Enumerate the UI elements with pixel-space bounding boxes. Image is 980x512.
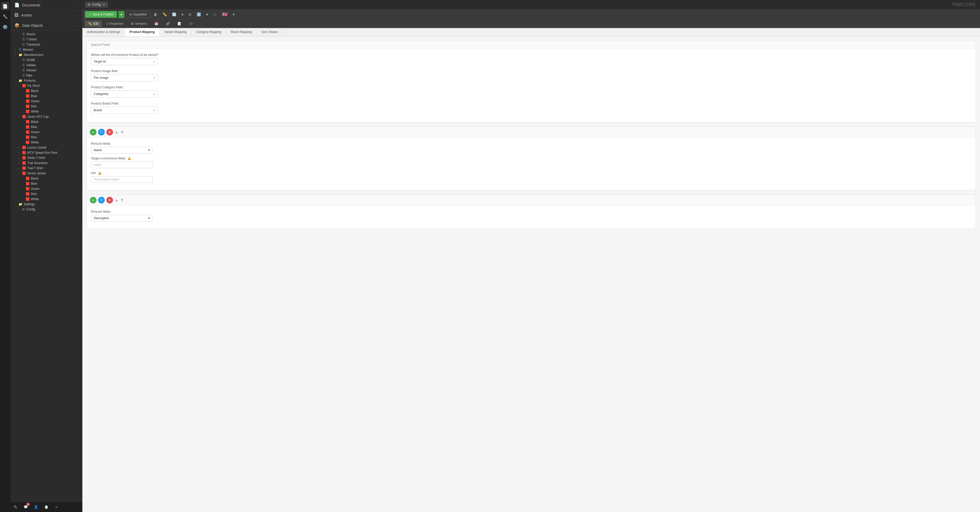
- tree-item-products[interactable]: − 📁 Products: [10, 78, 83, 83]
- tree-item-tshirts[interactable]: ☰ T-Shirts: [10, 37, 83, 42]
- sidebar-item-documents[interactable]: 📄 Documents ›: [10, 0, 83, 10]
- share-button[interactable]: ↑↓: [212, 11, 218, 18]
- tree-item-jr-green[interactable]: 🟥 Green: [10, 129, 83, 135]
- tab-authorization[interactable]: Authorization & Settings: [83, 28, 125, 36]
- tree-item-acme[interactable]: ☰ ACME: [10, 57, 83, 62]
- info-dropdown-button[interactable]: ▾: [204, 11, 210, 18]
- tab-tag[interactable]: 🏷: [186, 21, 196, 27]
- target-button[interactable]: ⊙: [187, 11, 193, 18]
- tab-dependencies[interactable]: 🔗: [163, 21, 173, 27]
- obj-icon: 🟥: [22, 172, 26, 175]
- move-down-button-2[interactable]: ▼: [120, 198, 124, 203]
- tab-sync-status[interactable]: Sync Status: [257, 28, 283, 36]
- tree-item-fly-red[interactable]: 🟥 Red: [10, 104, 83, 109]
- tree-item-settings[interactable]: − 📁 Settings: [10, 202, 83, 207]
- image-field-label: Product image field:: [91, 69, 972, 73]
- bottom-icon-notes[interactable]: 📋: [41, 502, 51, 512]
- sidebar-item-assets[interactable]: 🖼 Assets ›: [10, 10, 83, 20]
- tree-item-trail-seamless[interactable]: + 🟥 Trail Seamless: [10, 160, 83, 166]
- config-tab[interactable]: ⚙ Config ✕: [85, 2, 108, 8]
- tab-product-mapping[interactable]: Product Mapping: [125, 28, 160, 36]
- tree-item-vj-green[interactable]: 🟥 Green: [10, 186, 83, 191]
- tab-edit[interactable]: ✏️ Edit: [85, 21, 102, 27]
- category-field-select[interactable]: Categories ▾: [91, 90, 158, 97]
- tree-item-vj-black[interactable]: 🟥 Black: [10, 176, 83, 181]
- info-field-input-1[interactable]: [91, 176, 153, 183]
- tab-notes[interactable]: 📝: [175, 21, 185, 27]
- tree-item-vj-blue[interactable]: 🟥 Blue: [10, 181, 83, 186]
- refresh-button[interactable]: 🔄: [170, 11, 178, 18]
- ecommerce-id-select[interactable]: Target Id ▾: [91, 58, 158, 65]
- language-flag[interactable]: 🇬🇧: [220, 10, 229, 19]
- pimcore-fields-label-1: Pimcore fields:: [91, 142, 972, 145]
- tree-item-junior-cap[interactable]: − 🟥 Junior AP1 Cap: [10, 114, 83, 119]
- tree-item-tracksuits[interactable]: ☰ Tracksuits: [10, 42, 83, 47]
- tab-brand-mapping[interactable]: Brand Mapping: [226, 28, 257, 36]
- tree-item-config[interactable]: ⚙ Config: [10, 207, 83, 212]
- toggle-icon: +: [18, 146, 22, 149]
- tree-item-women[interactable]: + ☰ Women: [10, 47, 83, 52]
- tab-variant-mapping[interactable]: Variant Mapping: [160, 28, 191, 36]
- add-mapping-button[interactable]: +: [90, 129, 97, 136]
- target-field-label-1: Target e-commerce fields 🔒:: [91, 156, 972, 160]
- tree-item-fly-blue[interactable]: 🟥 Blue: [10, 94, 83, 99]
- folder-icon-settings: 📁: [19, 203, 22, 206]
- brand-field-select[interactable]: Brand ▾: [91, 107, 158, 114]
- move-up-button-2[interactable]: ▲: [115, 198, 119, 203]
- move-up-button[interactable]: ▲: [115, 130, 119, 134]
- properties-tab-label: Properties: [110, 22, 124, 26]
- tree-item-shorts[interactable]: ☰ Shorts: [10, 32, 83, 37]
- tab-category-mapping[interactable]: Category Mapping: [191, 28, 226, 36]
- tab-properties[interactable]: ≡ Properties: [103, 21, 127, 27]
- tree-item-jr-blue[interactable]: 🟥 Blue: [10, 124, 83, 129]
- tree-item-fly-green[interactable]: 🟥 Green: [10, 99, 83, 104]
- tree-item-fly-black[interactable]: 🟥 Black: [10, 88, 83, 94]
- image-field-select[interactable]: Pim Image ▾: [91, 74, 158, 81]
- nav-icon-settings[interactable]: ⚙️: [1, 23, 9, 31]
- tab-versions[interactable]: ⊞ Versions: [128, 21, 150, 27]
- sidebar-item-data-objects[interactable]: 📦 Data Objects ›: [10, 20, 83, 31]
- tree-item-trail-tshirt[interactable]: + 🟥 Trail T-Shirt: [10, 166, 83, 171]
- save-publish-button[interactable]: ✓ Save & Publish: [85, 11, 117, 18]
- shield-mapping-button-2[interactable]: 🛡: [98, 197, 105, 203]
- tree-item-fly-short[interactable]: − 🟥 Fly Short: [10, 83, 83, 88]
- tree-item-jr-white[interactable]: 🟥 White: [10, 140, 83, 145]
- shield-mapping-button[interactable]: 🛡: [98, 129, 105, 136]
- tree-item-vj-red[interactable]: 🟥 Red: [10, 191, 83, 196]
- edit-button[interactable]: ✏️: [161, 11, 169, 18]
- pimcore-field-select-1[interactable]: Name ▾: [91, 147, 153, 153]
- info-button[interactable]: ℹ️: [195, 11, 203, 18]
- tree-item-strike-tshirt[interactable]: + 🟥 Strike T-Shirt: [10, 155, 83, 160]
- tree-item-jr-black[interactable]: 🟥 Black: [10, 119, 83, 124]
- refresh-dropdown-button[interactable]: ▾: [180, 11, 185, 18]
- tab-schedule[interactable]: 📅: [151, 21, 161, 27]
- unpublish-button[interactable]: ⊘ Unpublish: [126, 11, 150, 18]
- tree-item-adidas[interactable]: ☰ Adidas: [10, 62, 83, 68]
- nav-icon-tool[interactable]: 🔧: [1, 12, 9, 21]
- tree-item-fly-white[interactable]: 🟥 White: [10, 109, 83, 114]
- tree-item-vector-jacket[interactable]: − 🟥 Vector Jacket: [10, 171, 83, 176]
- tree-item-mtx-pant[interactable]: + 🟥 MTX Speed Run Pant: [10, 150, 83, 155]
- close-tab-button[interactable]: ✕: [102, 3, 105, 7]
- add-mapping-button-2[interactable]: +: [90, 197, 97, 203]
- remove-mapping-button[interactable]: ✕: [106, 129, 113, 136]
- move-down-button[interactable]: ▼: [120, 130, 124, 134]
- tree-item-vj-white[interactable]: 🟥 White: [10, 196, 83, 202]
- tree-item-hamari[interactable]: ☰ Hamari: [10, 68, 83, 73]
- bottom-icon-infinity[interactable]: ∞: [51, 502, 62, 512]
- tree-item-jr-red[interactable]: 🟥 Red: [10, 135, 83, 140]
- delete-button[interactable]: 🗑: [152, 11, 159, 18]
- tree-item-nike[interactable]: ☰ Nike: [10, 73, 83, 78]
- bottom-icon-user[interactable]: 👤: [31, 502, 41, 512]
- bottom-icon-chat[interactable]: 💬 4: [21, 502, 31, 512]
- tree-item-lumos-jacket[interactable]: + 🟥 Lumos Jacket: [10, 145, 83, 150]
- bottom-icon-plugin[interactable]: 🔌: [10, 502, 21, 512]
- toggle-manufacturers: −: [14, 54, 18, 56]
- pimcore-field-select-2[interactable]: Description ▾: [91, 215, 153, 222]
- remove-mapping-button-2[interactable]: ✕: [106, 197, 113, 203]
- target-field-input-1[interactable]: [91, 161, 153, 168]
- tree-item-manufacturers[interactable]: − 📁 Manufacturers: [10, 52, 83, 57]
- language-dropdown-button[interactable]: ▾: [231, 11, 236, 18]
- save-publish-dropdown-button[interactable]: ▾: [118, 11, 124, 18]
- nav-icon-file[interactable]: 📄: [1, 2, 9, 10]
